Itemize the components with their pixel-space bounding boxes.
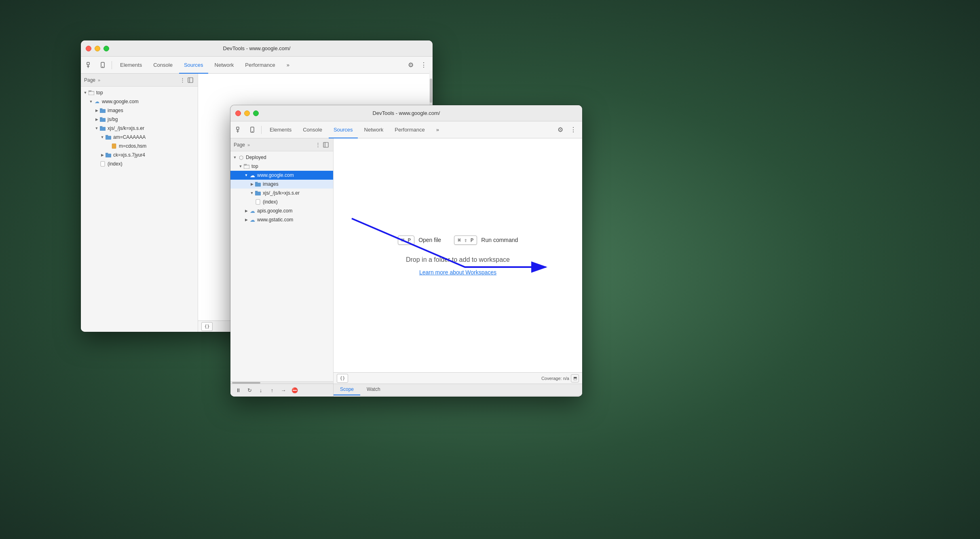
tree-item-images-front[interactable]: ▶ images xyxy=(230,180,333,189)
sidebar-header-front: Page » ⋮ xyxy=(230,138,333,151)
step-into-btn-front[interactable]: ↓ xyxy=(256,386,265,395)
tree-label: top xyxy=(96,90,103,95)
sidebar-menu-icon-back[interactable]: ⋮ xyxy=(178,76,186,84)
tab-network-front[interactable]: Network xyxy=(359,121,389,138)
cloud-icon-google-front: ☁ xyxy=(249,172,256,178)
sidebar-menu-icon-front[interactable]: ⋮ xyxy=(314,141,322,149)
sidebar-panel-icon-back[interactable] xyxy=(186,76,194,84)
format-button-front[interactable]: {} xyxy=(337,374,348,383)
inspector-icon-front[interactable] xyxy=(234,124,245,136)
debugger-section-front: ⏸ ↻ ↓ ↑ → ⛔ ▼ Breakpoints Pause on uncau… xyxy=(230,384,582,397)
cloud-icon-apis-front: ☁ xyxy=(249,208,256,214)
tab-console-front[interactable]: Console xyxy=(298,121,327,138)
svg-rect-25 xyxy=(256,199,260,204)
mobile-icon-front[interactable] xyxy=(247,124,258,136)
tree-item-xjs-back[interactable]: ▼ xjs/_/js/k=xjs.s.er xyxy=(81,124,198,133)
window-title-back: DevTools - www.google.com/ xyxy=(223,45,291,51)
debugger-toolbar-front: ⏸ ↻ ↓ ↑ → ⛔ xyxy=(230,384,333,397)
step-over-btn-front[interactable]: ↻ xyxy=(245,386,254,395)
tree-item-images-back[interactable]: ▶ images xyxy=(81,106,198,115)
tree-item-google-front[interactable]: ▼ ☁ www.google.com xyxy=(230,171,333,180)
tab-performance-front[interactable]: Performance xyxy=(390,121,429,138)
svg-rect-22 xyxy=(244,165,249,169)
tab-elements-back[interactable]: Elements xyxy=(115,57,147,74)
tree-label: apis.google.com xyxy=(257,208,292,214)
more-options-icon-back[interactable]: ⋮ xyxy=(418,59,429,71)
tree-item-index-front[interactable]: ▶ (index) xyxy=(230,197,333,206)
tree-item-apis-front[interactable]: ▶ ☁ apis.google.com xyxy=(230,206,333,215)
tree-item-top-front[interactable]: ▼ top xyxy=(230,162,333,171)
deactivate-btn-front[interactable]: ⛔ xyxy=(290,386,299,395)
kbd-cmd-shift-p-front: ⌘ ⇧ P xyxy=(454,236,477,245)
sidebar-header-back: Page » ⋮ xyxy=(81,74,198,87)
tree-label: js/bg xyxy=(108,117,118,122)
tree-label: top xyxy=(251,163,258,169)
shortcut-open-label-front: Open file xyxy=(418,237,441,243)
sidebar-panel-icon-front[interactable] xyxy=(322,141,330,149)
tab-more-front[interactable]: » xyxy=(431,121,444,138)
folder-icon-xjs xyxy=(99,125,106,132)
tree-label: xjs/_/js/k=xjs.s.er xyxy=(108,125,144,131)
minimize-button-front[interactable] xyxy=(244,110,250,116)
tree-item-xjs-front[interactable]: ▼ xjs/_/js/k=xjs.s.er xyxy=(230,189,333,197)
tree-item-google-back[interactable]: ▼ ☁ www.google.com xyxy=(81,97,198,106)
tab-performance-back[interactable]: Performance xyxy=(240,57,280,74)
step-out-btn-front[interactable]: ↑ xyxy=(268,386,277,395)
cloud-icon-gstatic-front: ☁ xyxy=(249,216,256,223)
svg-rect-12 xyxy=(112,144,116,149)
tab-elements-front[interactable]: Elements xyxy=(265,121,296,138)
maximize-button-back[interactable] xyxy=(103,46,109,51)
svg-rect-8 xyxy=(100,109,106,113)
tree-item-ck-back[interactable]: ▶ ck=xjs.s.7jyur4 xyxy=(81,151,198,159)
title-bar-back: DevTools - www.google.com/ xyxy=(81,40,433,57)
tree-item-top-back[interactable]: ▼ top xyxy=(81,88,198,97)
svg-rect-14 xyxy=(101,161,105,166)
sidebar-front: Page » ⋮ ▼ ⬡ Deployed xyxy=(230,138,334,384)
settings-icon-front[interactable]: ⚙ xyxy=(555,124,566,136)
svg-rect-10 xyxy=(100,127,106,131)
tree-item-mcdos-back[interactable]: ▶ m=cdos,hsm xyxy=(81,142,198,151)
tree-item-gstatic-front[interactable]: ▶ ☁ www.gstatic.com xyxy=(230,215,333,224)
tree-item-deployed-front[interactable]: ▼ ⬡ Deployed xyxy=(230,153,333,162)
tab-console-back[interactable]: Console xyxy=(148,57,177,74)
inspector-icon-back[interactable] xyxy=(84,59,95,71)
close-button-back[interactable] xyxy=(86,46,91,51)
scope-tab-front[interactable]: Scope xyxy=(334,384,360,395)
tab-more-back[interactable]: » xyxy=(282,57,294,74)
svg-rect-13 xyxy=(106,154,111,157)
tab-network-back[interactable]: Network xyxy=(210,57,239,74)
tree-label: www.gstatic.com xyxy=(257,217,293,223)
sidebar-more-label-front[interactable]: » xyxy=(247,142,250,147)
traffic-lights-back xyxy=(86,46,109,51)
bottom-bar-front: {} Coverage: n/a ⬒ xyxy=(334,372,582,384)
coverage-icon-front[interactable]: ⬒ xyxy=(571,374,579,382)
close-button-front[interactable] xyxy=(235,110,241,116)
tree-item-jsbg-back[interactable]: ▶ js/bg xyxy=(81,115,198,124)
tree-label: Deployed xyxy=(246,155,266,160)
tree-item-index-back[interactable]: ▶ (index) xyxy=(81,159,198,168)
tab-sources-front[interactable]: Sources xyxy=(329,121,358,138)
tree-item-am-back[interactable]: ▼ am=CAAAAAA xyxy=(81,133,198,142)
h-scrollbar-thumb-front[interactable] xyxy=(232,382,260,384)
folder-icon-images-front xyxy=(255,181,261,187)
workspace-area-front: ⌘ P Open file ⌘ ⇧ P Run command Drop in … xyxy=(334,138,582,372)
file-icon-mcdos xyxy=(111,143,117,149)
format-button-back[interactable]: {} xyxy=(201,322,213,331)
folder-icon-top xyxy=(88,89,95,96)
pause-btn-front[interactable]: ⏸ xyxy=(234,386,243,395)
maximize-button-front[interactable] xyxy=(253,110,259,116)
settings-icon-back[interactable]: ⚙ xyxy=(405,59,416,71)
mobile-icon-back[interactable] xyxy=(97,59,108,71)
watch-tab-front[interactable]: Watch xyxy=(360,384,387,395)
svg-rect-0 xyxy=(87,62,89,65)
step-btn-front[interactable]: → xyxy=(279,386,288,395)
tab-sources-back[interactable]: Sources xyxy=(179,57,208,74)
minimize-button-back[interactable] xyxy=(95,46,100,51)
svg-rect-20 xyxy=(323,142,328,147)
learn-more-link-front[interactable]: Learn more about Workspaces xyxy=(419,269,496,276)
sidebar-tree-front: ▼ ⬡ Deployed ▼ top ▼ ☁ www.google.com xyxy=(230,151,333,381)
sidebar-more-label-back[interactable]: » xyxy=(98,78,100,83)
traffic-lights-front xyxy=(235,110,259,116)
right-panel-front: ⌘ P Open file ⌘ ⇧ P Run command Drop in … xyxy=(334,138,582,384)
more-options-icon-front[interactable]: ⋮ xyxy=(568,124,579,136)
